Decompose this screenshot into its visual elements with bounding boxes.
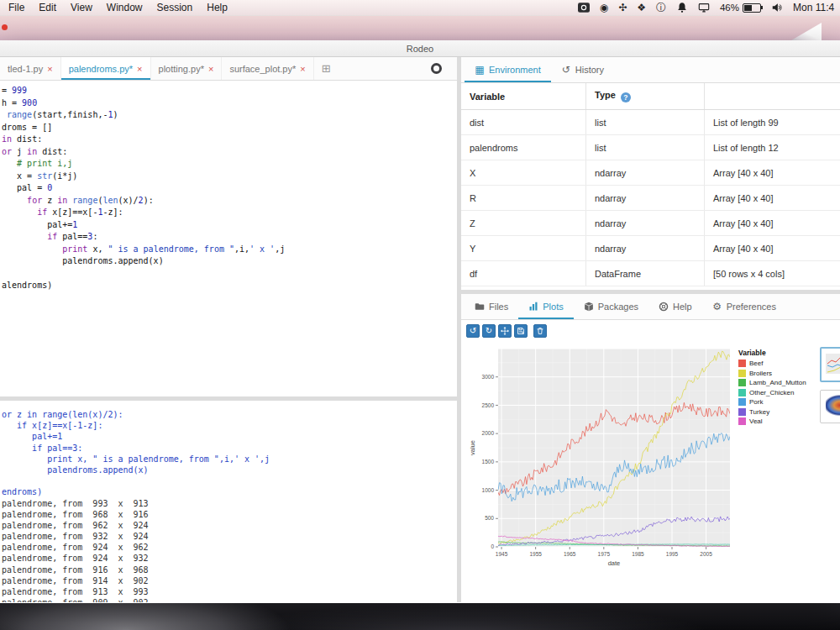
tab-history[interactable]: ↺History — [551, 57, 614, 82]
plot-legend: Variable BeefBroilersLamb_And_MuttonOthe… — [738, 349, 806, 428]
tab-close-icon[interactable]: × — [47, 64, 52, 74]
table-row[interactable]: distlistList of length 99 — [461, 110, 840, 135]
legend-swatch — [738, 408, 746, 416]
legend-swatch — [738, 417, 746, 425]
window-title: Rodeo — [407, 44, 433, 54]
plot-thumbnail-surface[interactable] — [820, 390, 840, 423]
drone-icon[interactable]: ✣ — [618, 3, 627, 13]
grid-icon: ▦ — [475, 65, 485, 75]
table-row[interactable]: YndarrayArray [40 x 40] — [461, 236, 840, 261]
info-icon[interactable]: ⓘ — [656, 3, 666, 13]
swirl-icon[interactable]: ◉ — [600, 3, 608, 13]
display-icon[interactable] — [698, 2, 710, 13]
expand-icon — [501, 327, 509, 335]
table-row[interactable]: ZndarrayArray [40 x 40] — [461, 211, 840, 236]
tab-files[interactable]: Files — [465, 294, 518, 319]
menu-item-view[interactable]: View — [71, 2, 92, 13]
trash-icon — [536, 327, 544, 335]
menu-item-window[interactable]: Window — [107, 2, 143, 13]
env-tabs: ▦Environment↺History — [465, 57, 614, 82]
cell-variable: palendroms — [461, 135, 586, 160]
battery-indicator[interactable]: 46% — [720, 3, 761, 13]
screen-capture-icon[interactable] — [578, 2, 590, 13]
menubar-menus: FileEditViewWindowSessionHelp — [8, 2, 228, 13]
svg-text:1500: 1500 — [482, 459, 495, 465]
legend-item: Turkey — [738, 408, 806, 416]
menu-item-edit[interactable]: Edit — [39, 2, 56, 13]
code-area: = 999h = 900 range(start,finish,-1)droms… — [2, 85, 457, 292]
volume-icon[interactable] — [771, 2, 783, 13]
tab-close-icon[interactable]: × — [208, 64, 213, 74]
tab-packages[interactable]: Packages — [574, 294, 648, 319]
tab-help[interactable]: Help — [648, 294, 702, 319]
legend-item: Veal — [738, 417, 806, 425]
editor-tab-tled-1-py[interactable]: tled-1.py× — [0, 57, 61, 80]
plot-save-button[interactable] — [514, 324, 528, 338]
console-line: palendrome, from 913 x 993 — [2, 586, 457, 597]
tab-plots[interactable]: Plots — [518, 294, 573, 319]
window-titlebar[interactable]: Rodeo — [0, 40, 840, 57]
table-row[interactable]: XndarrayArray [40 x 40] — [461, 160, 840, 186]
plot-expand-button[interactable] — [498, 324, 512, 338]
console-output[interactable]: or z in range(len(x)/2): if x[z]==x[-1-z… — [0, 401, 457, 602]
legend-swatch — [738, 379, 746, 386]
table-row[interactable]: dfDataFrame[50 rows x 4 cols] — [461, 261, 840, 286]
kernel-status-icon[interactable] — [431, 63, 442, 74]
console-line: palendrome, from 914 x 902 — [2, 575, 457, 586]
tab-environment[interactable]: ▦Environment — [465, 57, 551, 82]
plot-undo-button[interactable]: ↺ — [466, 324, 480, 338]
tab-label: History — [575, 65, 604, 75]
legend-label: Broilers — [749, 370, 772, 377]
tab-label: Help — [673, 302, 692, 312]
table-row[interactable]: palendromslistList of length 12 — [461, 135, 840, 160]
svg-text:2005: 2005 — [700, 551, 712, 557]
tab-close-icon[interactable]: × — [137, 64, 142, 74]
plot-thumbnail-line-chart[interactable] — [820, 347, 840, 382]
code-line: if x[z]==x[-1-z]: — [2, 207, 457, 219]
legend-item: Broilers — [738, 370, 806, 377]
bell-icon[interactable] — [676, 2, 688, 13]
editor-tab-plotting-py-[interactable]: plotting.py*× — [151, 57, 223, 80]
editor-tabs: tled-1.py×palendroms.py*×plotting.py*×su… — [0, 57, 314, 80]
environment-table: Variable Type? distlistList of length 99… — [461, 83, 840, 286]
type-help-icon[interactable]: ? — [621, 92, 631, 102]
cell-type: ndarray — [586, 211, 705, 236]
menu-item-help[interactable]: Help — [207, 2, 228, 13]
editor-tab-surface-plot-py-[interactable]: surface_plot.py*× — [222, 57, 313, 80]
plot-redo-button[interactable]: ↻ — [482, 324, 496, 338]
code-line: pal = 0 — [2, 182, 457, 195]
tab-close-icon[interactable]: × — [300, 64, 305, 74]
code-line: pal+=1 — [2, 219, 457, 232]
menu-item-session[interactable]: Session — [157, 2, 193, 13]
code-line: alendroms) — [2, 280, 457, 292]
cell-type: list — [586, 110, 705, 135]
code-editor[interactable]: = 999h = 900 range(start,finish,-1)droms… — [0, 81, 457, 396]
desktop: FileEditViewWindowSessionHelp ◉ ✣ ❖ ⓘ 46… — [0, 0, 840, 630]
code-line: in dist: — [2, 134, 457, 146]
cell-variable: Z — [461, 211, 586, 236]
legend-swatch — [738, 360, 746, 367]
editor-tab-palendroms-py-[interactable]: palendroms.py*× — [61, 57, 151, 80]
console-line: palendrome, from 993 x 913 — [2, 498, 457, 509]
legend-item: Beef — [738, 360, 806, 367]
tab-label: Packages — [598, 302, 638, 312]
code-line: h = 900 — [2, 97, 457, 110]
menubar: FileEditViewWindowSessionHelp ◉ ✣ ❖ ⓘ 46… — [0, 0, 840, 16]
legend-label: Veal — [749, 417, 763, 425]
cell-value: Array [40 x 40] — [705, 186, 840, 211]
right-pane: ▦Environment↺History Variable Type? dist… — [461, 57, 840, 602]
desktop-wallpaper-bottom — [0, 603, 840, 630]
table-row[interactable]: RndarrayArray [40 x 40] — [461, 186, 840, 211]
legend-swatch — [738, 370, 746, 377]
cell-type: DataFrame — [586, 261, 705, 286]
plot-delete-button[interactable] — [533, 324, 547, 338]
plots-section: FilesPlotsPackagesHelp⚙Preferences ↺ ↻ 0… — [461, 294, 840, 602]
menu-item-file[interactable]: File — [8, 2, 24, 13]
legend-title: Variable — [738, 349, 806, 357]
svg-text:500: 500 — [485, 515, 494, 521]
menubar-clock[interactable]: Mon 11:4 — [793, 2, 837, 13]
new-tab-button[interactable]: ⊞ — [322, 62, 331, 75]
legend-swatch — [738, 398, 746, 406]
tab-preferences[interactable]: ⚙Preferences — [702, 294, 786, 319]
dropbox-icon[interactable]: ❖ — [637, 3, 646, 13]
